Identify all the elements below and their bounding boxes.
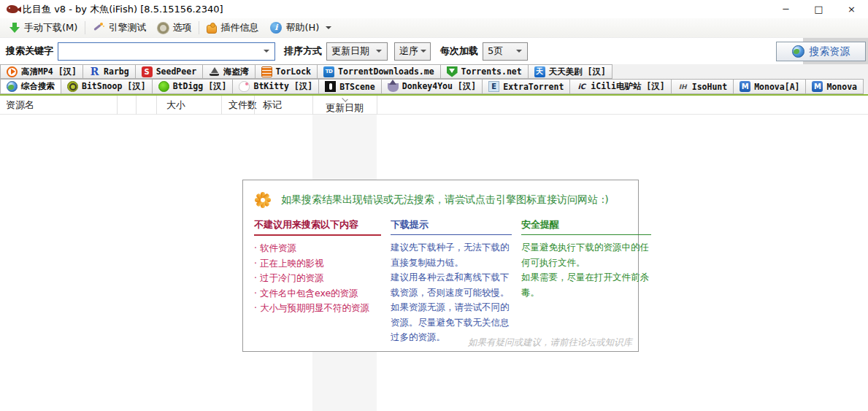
tab-hdmp4[interactable]: 高清MP4 [汉]: [0, 64, 83, 79]
engine-test-button[interactable]: 引擎测试: [87, 19, 152, 37]
column-divider[interactable]: [254, 96, 255, 115]
tab-isohunt[interactable]: IH IsoHunt: [671, 79, 734, 94]
tab-label: Rarbg: [104, 66, 129, 77]
info-dialog: 如果搜索结果出现错误或无法搜索，请尝试点击引擎图标直接访问网站 :) 不建议用来…: [242, 180, 639, 352]
close-button[interactable]: ×: [835, 0, 868, 18]
plugin-info-label: 插件信息: [220, 21, 258, 34]
tab-label: Donkey4You [汉]: [402, 81, 477, 92]
tab-torrentsnet[interactable]: Torrents.net: [440, 64, 529, 79]
help-info-icon: i: [270, 22, 282, 34]
window-title: 比目鱼 v8 - by 木魚(iFish) [8.5.15156.2340]: [23, 3, 223, 16]
plugin-info-button[interactable]: 插件信息: [201, 19, 264, 37]
tab-extratorrent[interactable]: E ExtraTorrent: [482, 79, 570, 94]
column-divider[interactable]: [136, 96, 137, 115]
tab-btdigg[interactable]: BtDigg [汉]: [152, 79, 234, 94]
tab-label: Torrents.net: [461, 66, 522, 77]
download-arrow-icon: [9, 22, 20, 34]
tab-label: 海盗湾: [223, 66, 249, 77]
column-divider[interactable]: [312, 96, 313, 115]
download-tips-title: 下载提示: [391, 218, 512, 235]
warning-item: · 软件资源: [254, 241, 381, 256]
download-tip: 建议先下载种子，无法下载的直接复制磁力链。: [391, 240, 512, 270]
toolbar: 手动下载(M) 引擎测试 选项 插件信息 i 帮助(H): [0, 18, 868, 38]
shield-download-icon: [447, 66, 458, 77]
torrentdownloads-icon: TD: [323, 66, 334, 77]
orange-asterisk-icon: [254, 191, 272, 209]
column-update-date[interactable]: 更新日期: [312, 96, 377, 115]
tab-label: BitSnoop [汉]: [82, 81, 146, 92]
tab-torlock[interactable]: TorLock: [255, 64, 318, 79]
manual-download-label: 手动下载(M): [24, 21, 77, 34]
search-resources-button[interactable]: 搜索资源: [776, 42, 866, 61]
column-divider[interactable]: [377, 96, 377, 115]
dialog-header-text: 如果搜索结果出现错误或无法搜索，请尝试点击引擎图标直接访问网站 :): [281, 193, 609, 207]
tab-label: TorLock: [276, 66, 311, 77]
manual-download-button[interactable]: 手动下载(M): [3, 19, 83, 37]
tab-label: BtKitty [汉]: [253, 81, 312, 92]
wizard-icon: [388, 83, 399, 92]
help-menu-button[interactable]: i 帮助(H): [264, 19, 337, 37]
safety-tip: 尽量避免执行下载的资源中的任何可执行文件。: [521, 240, 651, 270]
bitsnoop-icon: [67, 81, 78, 92]
sort-order-value: 逆序: [399, 45, 418, 58]
tab-torrentdownloads[interactable]: TD TorrentDownloads.me: [317, 64, 441, 79]
minimize-button[interactable]: ─: [769, 0, 802, 18]
load-pages-select[interactable]: 5页: [483, 42, 528, 61]
hdmp4-play-icon: [7, 66, 18, 77]
tab-rarbg[interactable]: R Rarbg: [82, 64, 136, 79]
kitty-icon: [239, 81, 250, 92]
options-label: 选项: [172, 21, 191, 34]
tab-label: IsoHunt: [692, 82, 727, 92]
tab-label: ExtraTorrent: [503, 82, 564, 92]
sort-mode-label: 排序方式: [284, 45, 322, 58]
column-tag[interactable]: 标记: [263, 96, 282, 115]
tab-label: BtDigg [汉]: [173, 81, 227, 92]
column-resource-name[interactable]: 资源名: [6, 96, 34, 115]
tab-monova-a[interactable]: M Monova[A]: [733, 79, 806, 94]
maximize-button[interactable]: □: [802, 0, 835, 18]
tab-monova[interactable]: M Monova: [805, 79, 864, 94]
tab-label: BTScene: [339, 82, 375, 92]
chevron-down-icon[interactable]: [264, 50, 269, 53]
dialog-columns: 不建议用来搜索以下内容 · 软件资源 · 正在上映的影视 · 过于冷门的资源 ·…: [243, 209, 638, 345]
search-keyword-combobox[interactable]: [58, 42, 275, 61]
tab-icili[interactable]: iC iCili电驴站 [汉]: [569, 79, 671, 94]
torlock-lock-icon: [261, 66, 272, 77]
tab-combined-search[interactable]: 综合搜索: [0, 79, 61, 94]
globe-search-icon: [792, 45, 804, 58]
column-size[interactable]: 大小: [166, 96, 185, 115]
dialog-footer-note: 如果有疑问或建议，请前往论坛或知识库: [468, 337, 632, 349]
rarbg-icon: R: [89, 66, 100, 77]
tab-seedpeer[interactable]: S SeedPeer: [135, 64, 203, 79]
options-button[interactable]: 选项: [152, 19, 197, 37]
tab-piratebay[interactable]: 海盗湾: [202, 64, 256, 79]
column-file-count[interactable]: 文件数: [228, 96, 257, 115]
tab-btkitty[interactable]: BtKitty [汉]: [232, 79, 319, 94]
tab-bitsnoop[interactable]: BitSnoop [汉]: [61, 79, 153, 94]
column-divider[interactable]: [117, 96, 118, 115]
monova-icon: M: [740, 81, 750, 92]
safety-tip: 如果需要，尽量在打开文件前杀毒。: [521, 270, 651, 300]
titlebar: 比目鱼 v8 - by 木魚(iFish) [8.5.15156.2340] ─…: [0, 0, 868, 18]
column-divider[interactable]: [156, 96, 157, 115]
chevron-down-icon: [516, 50, 522, 53]
tab-btscene[interactable]: BTScene: [318, 79, 381, 94]
tab-label: 综合搜索: [21, 81, 55, 92]
tab-donkey4you[interactable]: Donkey4You [汉]: [381, 79, 483, 94]
sort-order-select[interactable]: 逆序: [394, 42, 431, 61]
tab-label: 高清MP4 [汉]: [21, 66, 77, 77]
sort-field-select[interactable]: 更新日期: [326, 42, 388, 61]
sort-field-value: 更新日期: [331, 45, 374, 58]
tab-ttmeiju[interactable]: 天 天天美剧 [汉]: [528, 64, 612, 79]
engine-tab-row-1: 高清MP4 [汉] R Rarbg S SeedPeer 海盗湾 TorLock…: [0, 64, 868, 79]
btscene-icon: [325, 81, 336, 92]
results-header: 资源名 大小 文件数 标记 更新日期: [0, 96, 868, 115]
chevron-down-icon: [326, 26, 331, 29]
app-logo-fish-icon: [7, 5, 18, 13]
dialog-header: 如果搜索结果出现错误或无法搜索，请尝试点击引擎图标直接访问网站 :): [243, 180, 638, 209]
search-keyword-input[interactable]: [58, 44, 261, 59]
help-label: 帮助(H): [285, 21, 319, 34]
column-divider[interactable]: [221, 96, 222, 115]
engine-tab-row-2: 综合搜索 BitSnoop [汉] BtDigg [汉] BtKitty [汉]…: [0, 79, 868, 94]
tab-label: 天天美剧 [汉]: [549, 66, 606, 77]
